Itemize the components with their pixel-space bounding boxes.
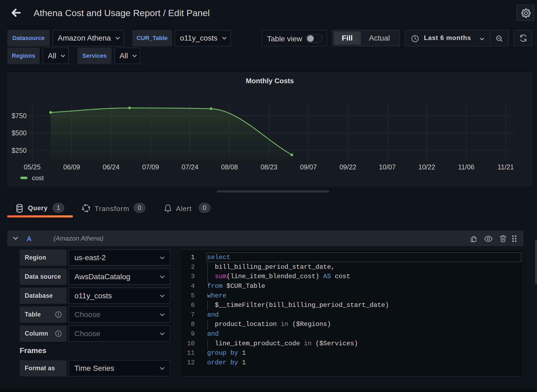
svg-text:06/09: 06/09: [63, 163, 80, 171]
svg-text:$500: $500: [12, 129, 27, 137]
svg-text:11/21: 11/21: [498, 163, 514, 171]
svg-text:$250: $250: [12, 147, 27, 154]
svg-text:09/22: 09/22: [340, 163, 356, 171]
svg-text:$750: $750: [12, 112, 27, 119]
svg-text:07/24: 07/24: [182, 163, 199, 171]
svg-text:10/07: 10/07: [379, 163, 396, 171]
svg-text:06/24: 06/24: [103, 163, 120, 171]
svg-text:07/09: 07/09: [142, 163, 159, 171]
svg-text:08/08: 08/08: [221, 163, 238, 171]
svg-text:05/25: 05/25: [24, 163, 41, 171]
svg-text:cost: cost: [32, 174, 44, 182]
svg-text:09/07: 09/07: [300, 163, 317, 171]
svg-text:10/22: 10/22: [419, 163, 435, 171]
svg-text:11/06: 11/06: [458, 163, 474, 171]
svg-text:08/23: 08/23: [261, 163, 277, 171]
